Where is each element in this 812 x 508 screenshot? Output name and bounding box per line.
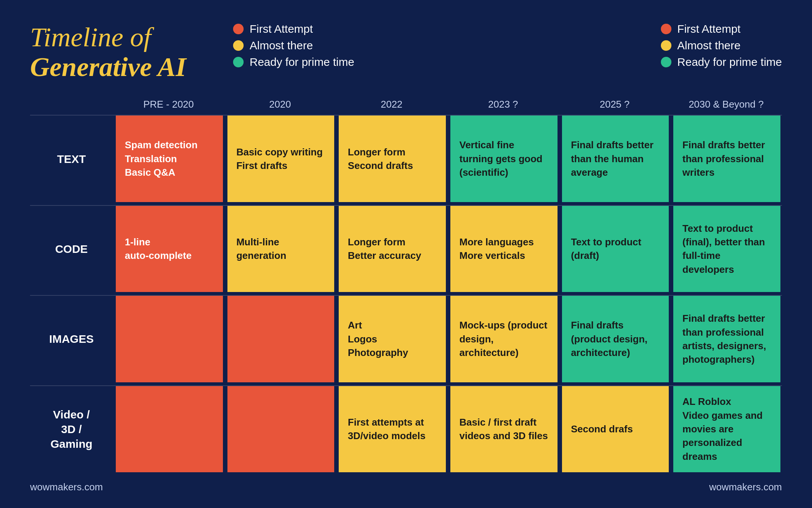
legend-right: First Attempt Almost there Ready for pri… <box>661 23 782 68</box>
legend-item-3: Ready for prime time <box>233 56 354 68</box>
footer: wowmakers.com wowmakers.com <box>30 481 782 493</box>
dot-yellow-right <box>661 40 671 51</box>
data-rows: TEXTSpam detection Translation Basic Q&A… <box>30 115 782 472</box>
row-label-1: CODE <box>30 206 113 292</box>
header: Timeline of Generative AI First Attempt … <box>30 23 782 82</box>
legend-item-1: First Attempt <box>233 23 354 35</box>
cell-0-3: Vertical fine turning gets good (scienti… <box>450 116 557 202</box>
cell-2-0 <box>116 296 223 382</box>
page-wrapper: Timeline of Generative AI First Attempt … <box>0 0 812 508</box>
col-header-5: 2025 ? <box>559 97 671 112</box>
cell-2-5: Final drafts better than professional ar… <box>673 296 780 382</box>
cell-3-5: AL Roblox Video games and movies are per… <box>673 386 780 472</box>
row-2: IMAGESArt Logos PhotographyMock-ups (pro… <box>30 295 782 382</box>
cell-0-4: Final drafts better than the human avera… <box>562 116 669 202</box>
cell-0-0: Spam detection Translation Basic Q&A <box>116 116 223 202</box>
legend-label-3: Ready for prime time <box>250 56 354 68</box>
dot-red-right <box>661 24 671 34</box>
cell-0-2: Longer form Second drafts <box>339 116 446 202</box>
cell-1-4: Text to product (draft) <box>562 206 669 292</box>
cell-3-1 <box>227 386 335 472</box>
cell-3-4: Second drafs <box>562 386 669 472</box>
cell-2-1 <box>227 296 335 382</box>
footer-right: wowmakers.com <box>709 481 782 493</box>
cell-1-1: Multi-line generation <box>227 206 335 292</box>
cell-1-5: Text to product (final), better than ful… <box>673 206 780 292</box>
legend-item-r2: Almost there <box>661 39 782 52</box>
cell-3-2: First attempts at 3D/video models <box>339 386 446 472</box>
col-header-6: 2030 & Beyond ? <box>670 97 782 112</box>
row-label-2: IMAGES <box>30 296 113 382</box>
cell-2-2: Art Logos Photography <box>339 296 446 382</box>
cell-3-3: Basic / first draft videos and 3D files <box>450 386 557 472</box>
legend-item-r1: First Attempt <box>661 23 782 35</box>
dot-yellow-left <box>233 40 244 51</box>
cell-1-0: 1-line auto-complete <box>116 206 223 292</box>
legend-label-r3: Ready for prime time <box>677 56 782 68</box>
col-header-2: 2020 <box>224 97 336 112</box>
row-0: TEXTSpam detection Translation Basic Q&A… <box>30 115 782 202</box>
cell-0-1: Basic copy writing First drafts <box>227 116 335 202</box>
col-header-0 <box>30 97 113 112</box>
cell-3-0 <box>116 386 223 472</box>
row-label-0: TEXT <box>30 116 113 202</box>
legend-left: First Attempt Almost there Ready for pri… <box>233 23 354 68</box>
dot-green-left <box>233 57 244 67</box>
column-headers: PRE - 2020 2020 2022 2023 ? 2025 ? 2030 … <box>30 97 782 112</box>
row-label-3: Video / 3D / Gaming <box>30 386 113 472</box>
row-3: Video / 3D / GamingFirst attempts at 3D/… <box>30 385 782 472</box>
cell-2-4: Final drafts (product design, architectu… <box>562 296 669 382</box>
legend-label-r2: Almost there <box>677 39 741 52</box>
legend-label-2: Almost there <box>250 39 313 52</box>
cell-1-2: Longer form Better accuracy <box>339 206 446 292</box>
cell-2-3: Mock-ups (product design, architecture) <box>450 296 557 382</box>
title-line2: Generative AI <box>30 52 211 82</box>
table-container: PRE - 2020 2020 2022 2023 ? 2025 ? 2030 … <box>30 97 782 472</box>
legend-item-2: Almost there <box>233 39 354 52</box>
cell-0-5: Final drafts better than professional wr… <box>673 116 780 202</box>
row-1: CODE1-line auto-completeMulti-line gener… <box>30 205 782 292</box>
col-header-1: PRE - 2020 <box>113 97 224 112</box>
cell-1-3: More languages More verticals <box>450 206 557 292</box>
dot-green-right <box>661 57 671 67</box>
legend-item-r3: Ready for prime time <box>661 56 782 68</box>
title-block: Timeline of Generative AI <box>30 23 211 82</box>
dot-red-left <box>233 24 244 34</box>
col-header-4: 2023 ? <box>447 97 559 112</box>
legend-label-1: First Attempt <box>250 23 313 35</box>
title-line1: Timeline of <box>30 23 211 52</box>
col-header-3: 2022 <box>336 97 447 112</box>
footer-left: wowmakers.com <box>30 481 103 493</box>
legend-label-r1: First Attempt <box>677 23 741 35</box>
